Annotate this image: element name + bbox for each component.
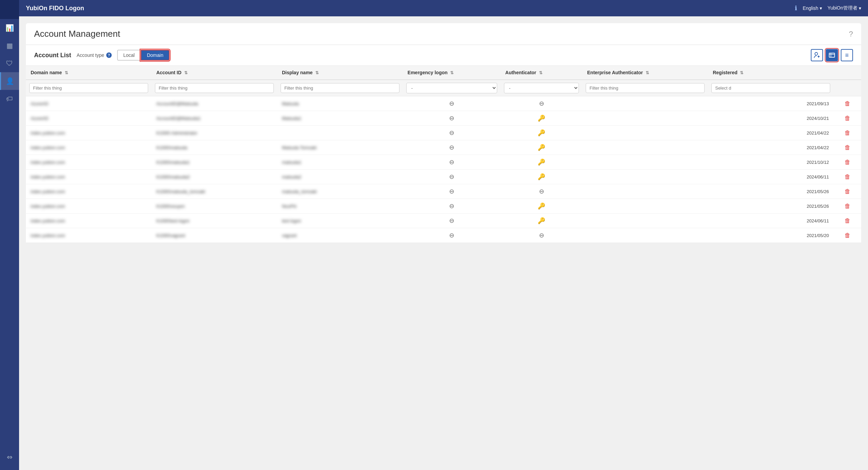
filter-display-input[interactable] [281,83,399,93]
sidebar-item-dashboard[interactable]: 📊 [0,19,19,37]
cell-emergency: ⊖ [403,228,501,243]
auth-minus-icon: ⊖ [539,100,544,107]
cell-auth: 🔑 [501,155,582,170]
tag-icon: 🏷 [6,95,13,103]
cell-delete[interactable]: 🗑 [834,140,861,155]
delete-icon[interactable]: 🗑 [845,159,851,166]
type-btn-domain[interactable]: Domain [141,50,169,61]
cell-auth: 🔑 [501,111,582,126]
cell-delete[interactable]: 🗑 [834,214,861,228]
filter-domain-input[interactable] [29,83,148,93]
col-domain-name[interactable]: Domain name ⇅ [26,66,152,80]
add-user-icon [814,52,820,59]
cell-delete[interactable]: 🗑 [834,170,861,184]
add-user-button[interactable] [811,49,823,61]
cell-delete[interactable]: 🗑 [834,228,861,243]
delete-icon[interactable]: 🗑 [845,232,851,239]
cell-auth: 🔑 [501,170,582,184]
menu-button[interactable]: ≡ [841,49,853,61]
col-actions [834,66,861,80]
sidebar-item-transfer[interactable]: ⇔ [0,448,19,466]
sidebar-item-users[interactable]: 👤 [0,72,19,90]
col-domain-name-label: Domain name [31,70,62,75]
language-selector[interactable]: English ▾ [803,5,822,11]
filter-account-input[interactable] [155,83,274,93]
cell-display-name: Matsuda1 [277,111,403,126]
cell-delete[interactable]: 🗑 [834,111,861,126]
sort-emergency-icon: ⇅ [450,70,454,75]
table-row: index.yubion.com K1000\test logon test l… [26,214,861,228]
user-label: YubiOn管理者 [827,5,857,11]
table-row: index.yubion.com K1000\ Administrator ⊖ … [26,126,861,140]
col-enterprise-authenticator[interactable]: Enterprise Authenticator ⇅ [582,66,708,80]
header-right: ℹ English ▾ YubiOn管理者 ▾ [795,4,861,12]
delete-icon[interactable]: 🗑 [845,144,851,151]
table-container: Domain name ⇅ Account ID ⇅ Display name … [26,66,861,243]
delete-icon[interactable]: 🗑 [845,217,851,224]
cell-domain: index.yubion.com [26,170,152,184]
cell-domain: index.yubion.com [26,199,152,214]
cell-account-id: K1000\nouyen [152,199,277,214]
filter-account-cell [152,80,277,96]
filter-enterprise-input[interactable] [586,83,705,93]
sort-domain-icon: ⇅ [65,70,68,75]
cell-display-name: test logon [277,214,403,228]
sidebar-item-tags[interactable]: 🏷 [0,90,19,108]
type-btn-local[interactable]: Local [117,50,141,61]
user-selector[interactable]: YubiOn管理者 ▾ [827,5,861,11]
col-account-id[interactable]: Account ID ⇅ [152,66,277,80]
delete-icon[interactable]: 🗑 [845,129,851,136]
delete-icon[interactable]: 🗑 [845,188,851,195]
account-type-help-icon[interactable]: ? [106,52,112,58]
sort-account-icon: ⇅ [184,70,188,75]
list-header: Account List Account type ? Local Domain [26,45,861,66]
table-row: index.yubion.com K1000\nouyen NouPhi ⊖ 🔑… [26,199,861,214]
top-header: YubiOn FIDO Logon ℹ English ▾ YubiOn管理者 … [19,0,868,16]
filter-emergency-cell: - Yes No [403,80,501,96]
list-actions: ≡ [811,49,853,61]
col-display-name[interactable]: Display name ⇅ [277,66,403,80]
cell-auth: ⊖ [501,228,582,243]
cell-delete[interactable]: 🗑 [834,199,861,214]
cell-delete[interactable]: 🗑 [834,96,861,111]
col-emergency-logon[interactable]: Emergency logon ⇅ [403,66,501,80]
delete-icon[interactable]: 🗑 [845,203,851,209]
delete-icon[interactable]: 🗑 [845,173,851,180]
cell-delete[interactable]: 🗑 [834,155,861,170]
col-display-name-label: Display name [282,70,313,75]
auth-key-icon: 🔑 [538,115,545,122]
cell-display-name: NouPhi [277,199,403,214]
svg-rect-3 [829,53,835,57]
cell-registered: 2021/05/26 [708,199,834,214]
export-button[interactable] [826,49,838,61]
sort-registered-icon: ⇅ [740,70,743,75]
filter-auth-select[interactable]: - Yes No [504,83,579,93]
cell-auth: ⊖ [501,96,582,111]
sort-auth-icon: ⇅ [539,70,542,75]
cell-delete[interactable]: 🗑 [834,184,861,199]
cell-enterprise [582,170,708,184]
dashboard-icon: 📊 [5,24,14,32]
page-help-icon[interactable]: ? [849,30,853,38]
delete-icon[interactable]: 🗑 [845,115,851,122]
auth-key-icon: 🔑 [538,159,545,166]
reports-icon: ▦ [6,42,13,50]
cell-delete[interactable]: 🗑 [834,126,861,140]
list-title: Account List [34,52,71,59]
page-header: Account Management ? [26,23,861,45]
col-authenticator[interactable]: Authenticator ⇅ [501,66,582,80]
filter-emergency-select[interactable]: - Yes No [406,83,497,93]
sidebar-item-reports[interactable]: ▦ [0,37,19,54]
delete-icon[interactable]: 🗑 [845,100,851,107]
account-type-area: Account type ? [77,52,112,58]
content-area: Account Management ? Account List Accoun… [19,16,868,470]
sort-enterprise-icon: ⇅ [646,70,649,75]
svg-point-0 [815,52,818,55]
account-type-buttons: Local Domain [117,50,170,61]
table-filter-row: - Yes No - Yes No [26,80,861,96]
sidebar-item-security[interactable]: 🛡 [0,54,19,72]
info-icon[interactable]: ℹ [795,4,797,12]
emergency-minus-icon: ⊖ [449,159,454,166]
col-registered[interactable]: Registered ⇅ [708,66,834,80]
filter-registered-input[interactable] [711,83,830,93]
